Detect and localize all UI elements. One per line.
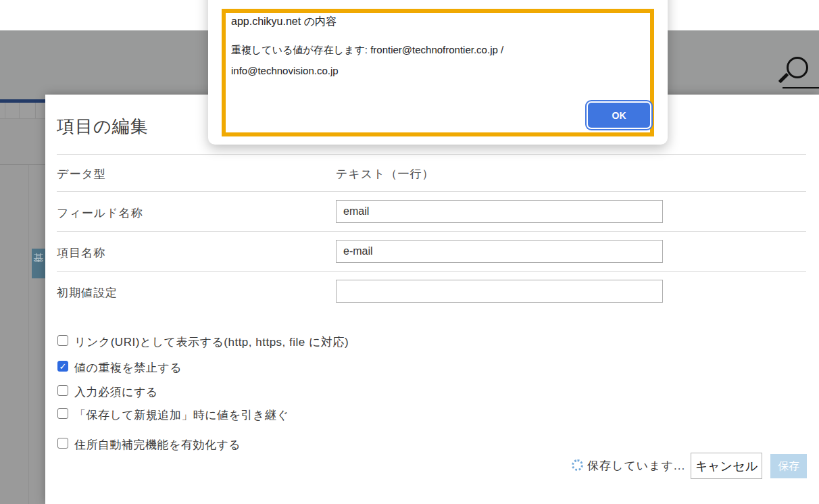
alert-ok-button[interactable]: OK <box>588 103 650 128</box>
background-divider <box>28 165 29 504</box>
save-button[interactable]: 保存 <box>770 454 807 478</box>
field-label-datatype: データ型 <box>57 166 106 182</box>
checkbox-label-required[interactable]: 入力必須にする <box>74 384 158 400</box>
field-label-itemname: 項目名称 <box>57 245 105 261</box>
alert-message-line1: 重複している値が存在します: frontier@technofrontier.c… <box>231 44 503 55</box>
tab-separator <box>5 103 5 119</box>
divider <box>57 154 806 155</box>
dialog-title: 項目の編集 <box>57 115 149 138</box>
tab-separator <box>35 103 36 119</box>
field-label-defaultvalue: 初期値設定 <box>57 285 118 301</box>
loading-spinner-icon <box>572 459 583 471</box>
tab-separator <box>19 103 20 119</box>
field-value-datatype: テキスト（一行） <box>336 166 435 182</box>
alert-message-line2: info@technovision.co.jp <box>231 65 339 76</box>
background-divider <box>0 164 45 165</box>
divider <box>57 231 806 232</box>
checkbox-carry-over-value[interactable] <box>57 408 68 419</box>
screen: 基 項目の編集 データ型 テキスト（一行） フィールド名称 項目名称 初期値設定… <box>0 0 819 504</box>
checkbox-label-forbid-duplicates[interactable]: 値の重複を禁止する <box>74 360 182 376</box>
checkbox-required[interactable] <box>57 385 68 396</box>
checkbox-display-as-link[interactable] <box>57 335 68 346</box>
itemname-input[interactable] <box>336 240 663 263</box>
alert-source-title: app.chikyu.net の内容 <box>231 15 337 29</box>
search-icon <box>787 57 808 78</box>
alert-message: 重複している値が存在します: frontier@technofrontier.c… <box>231 39 623 81</box>
background-tab-strip <box>0 103 45 119</box>
divider <box>57 271 806 272</box>
search-input-underline <box>783 87 819 89</box>
checkbox-address-autocomplete[interactable] <box>57 438 68 449</box>
fieldname-input[interactable] <box>336 200 663 223</box>
checkbox-label-carry-over-value[interactable]: 「保存して新規追加」時に値を引き継ぐ <box>74 407 289 423</box>
field-label-fieldname: フィールド名称 <box>57 205 143 221</box>
checkbox-label-address-autocomplete[interactable]: 住所自動補完機能を有効化する <box>74 437 241 453</box>
checkbox-label-display-as-link[interactable]: リンク(URI)として表示する(http, https, file に対応) <box>74 334 349 350</box>
header-search[interactable] <box>777 53 819 91</box>
saving-status-text: 保存しています... <box>587 458 685 474</box>
search-icon-handle <box>778 73 789 84</box>
cancel-button[interactable]: キャンセル <box>691 453 762 479</box>
edit-field-dialog: 項目の編集 データ型 テキスト（一行） フィールド名称 項目名称 初期値設定 リ… <box>45 95 819 504</box>
divider <box>57 191 806 192</box>
defaultvalue-input[interactable] <box>336 280 663 303</box>
checkbox-forbid-duplicates[interactable]: ✓ <box>57 361 68 372</box>
browser-alert-dialog: app.chikyu.net の内容 重複している値が存在します: fronti… <box>208 0 668 145</box>
sidebar-tab-basic[interactable]: 基 <box>32 249 45 278</box>
